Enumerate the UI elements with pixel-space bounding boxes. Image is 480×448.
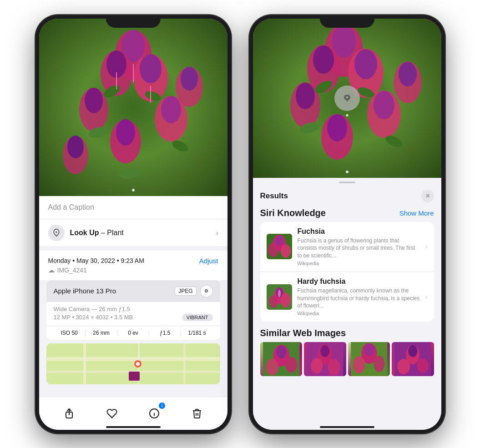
svg-point-68	[281, 293, 291, 307]
hardy-fuchsia-name: Hardy fuchsia	[298, 277, 420, 286]
left-screen: Add a Caption Look Up – Plant ›	[39, 19, 227, 430]
svg-rect-27	[47, 357, 220, 361]
svg-point-49	[374, 91, 394, 119]
svg-point-41	[332, 25, 356, 58]
web-image-4[interactable]	[392, 342, 434, 376]
svg-point-88	[397, 359, 410, 374]
vibrant-badge: VIBRANT	[182, 314, 213, 321]
svg-point-45	[354, 49, 377, 79]
svg-point-33	[136, 362, 140, 366]
svg-point-14	[181, 67, 198, 91]
svg-point-89	[417, 358, 429, 373]
right-phone-notch	[320, 15, 374, 28]
svg-point-74	[285, 357, 297, 372]
delete-button[interactable]	[187, 403, 207, 423]
svg-point-12	[116, 119, 135, 146]
right-phone: Results ✕ Siri Knowledge Show More	[249, 15, 445, 433]
web-image-2[interactable]	[304, 342, 346, 376]
svg-point-63	[281, 244, 291, 258]
exif-ev: 0 ev	[117, 330, 149, 336]
svg-point-62	[268, 242, 279, 257]
exif-row: ISO 50 26 mm 0 ev ƒ1.5 1/181 s	[46, 326, 220, 340]
web-image-3[interactable]	[348, 342, 390, 376]
hardy-fuchsia-content: Hardy fuchsia Fuchsia magellanica, commo…	[298, 277, 420, 316]
hardy-fuchsia-desc: Fuchsia magellanica, commonly known as t…	[298, 287, 420, 310]
right-home-bar	[320, 426, 374, 428]
format-badge: JPEG	[175, 287, 196, 296]
fuchsia-thumbnail	[267, 234, 292, 259]
info-badge: i	[159, 403, 165, 409]
photo-info-section: Monday • May 30, 2022 • 9:23 AM Adjust ☁…	[39, 251, 227, 280]
lookup-chevron-icon: ›	[216, 229, 218, 237]
settings-circle-icon: ⚙	[200, 285, 213, 297]
cloud-icon: ☁	[48, 267, 55, 274]
hardy-fuchsia-chevron-icon: ›	[425, 293, 428, 301]
results-header: Results ✕	[253, 187, 441, 208]
filename-text: IMG_4241	[57, 267, 87, 274]
lens-spec: Wide Camera — 26 mm ƒ1.5	[54, 306, 213, 312]
caption-placeholder: Add a Caption	[48, 203, 94, 211]
fuchsia-desc: Fuchsia is a genus of flowering plants t…	[298, 237, 420, 260]
device-section: Apple iPhone 13 Pro JPEG ⚙ Wide Camera —…	[46, 280, 220, 340]
svg-point-6	[140, 54, 162, 83]
svg-point-84	[374, 356, 384, 372]
svg-point-47	[296, 83, 315, 109]
show-more-button[interactable]: Show More	[399, 209, 434, 217]
visual-search-dot	[346, 114, 348, 116]
svg-point-43	[313, 45, 334, 74]
svg-point-78	[311, 358, 323, 373]
share-button[interactable]	[59, 403, 79, 423]
svg-point-77	[320, 345, 329, 357]
svg-point-69	[278, 290, 281, 297]
svg-point-53	[399, 62, 417, 86]
svg-point-8	[85, 88, 103, 113]
svg-point-79	[328, 359, 340, 375]
map-preview[interactable]	[46, 343, 220, 384]
adjust-button[interactable]: Adjust	[199, 257, 218, 265]
svg-point-82	[364, 343, 374, 356]
fuchsia-name: Fuchsia	[298, 227, 420, 236]
knowledge-item-hardy-fuchsia[interactable]: Hardy fuchsia Fuchsia magellanica, commo…	[260, 272, 434, 322]
close-button[interactable]: ✕	[421, 190, 434, 202]
resolution-spec: 12 MP • 3024 × 4032 • 3.5 MB VIBRANT	[54, 314, 213, 321]
svg-point-16	[67, 136, 84, 158]
date-text: Monday • May 30, 2022 • 9:23 AM	[48, 257, 144, 264]
svg-point-72	[276, 346, 286, 358]
fuchsia-source: Wikipedia	[298, 261, 420, 266]
caption-area[interactable]: Add a Caption	[39, 196, 227, 219]
siri-knowledge-title: Siri Knowledge	[260, 208, 326, 218]
favorite-button[interactable]	[102, 403, 122, 423]
hardy-fuchsia-thumbnail	[267, 284, 292, 310]
home-bar	[106, 426, 161, 428]
svg-point-25	[56, 231, 57, 232]
web-image-1[interactable]	[260, 342, 303, 376]
fuchsia-chevron-icon: ›	[425, 243, 428, 250]
svg-rect-28	[83, 343, 86, 384]
web-images-section: Similar Web Images	[253, 328, 441, 376]
svg-point-83	[353, 356, 365, 373]
svg-rect-34	[129, 372, 140, 381]
right-screen: Results ✕ Siri Knowledge Show More	[253, 19, 441, 430]
phone-notch	[106, 15, 161, 28]
knowledge-card: Fuchsia Fuchsia is a genus of flowering …	[260, 222, 434, 322]
lookup-row[interactable]: Look Up – Plant ›	[39, 219, 227, 247]
results-title: Results	[260, 191, 288, 201]
svg-point-51	[327, 114, 347, 141]
lookup-icon	[48, 225, 65, 241]
svg-point-58	[346, 96, 348, 98]
device-name: Apple iPhone 13 Pro	[54, 287, 116, 295]
exif-focal: 26 mm	[86, 330, 117, 336]
web-images-title: Similar Web Images	[260, 328, 346, 338]
right-photo-dot	[346, 171, 349, 173]
info-button[interactable]: i	[144, 403, 164, 423]
camera-specs: Wide Camera — 26 mm ƒ1.5 12 MP • 3024 × …	[46, 302, 220, 326]
visual-search-button[interactable]	[334, 86, 360, 111]
svg-point-87	[408, 345, 417, 357]
knowledge-item-fuchsia[interactable]: Fuchsia Fuchsia is a genus of flowering …	[260, 222, 434, 272]
svg-point-67	[269, 295, 278, 308]
siri-knowledge-section: Siri Knowledge Show More	[253, 208, 441, 322]
exif-iso: ISO 50	[54, 330, 86, 336]
hardy-fuchsia-source: Wikipedia	[298, 311, 420, 316]
left-phone: Add a Caption Look Up – Plant ›	[35, 15, 231, 433]
panel-handle	[339, 181, 355, 183]
